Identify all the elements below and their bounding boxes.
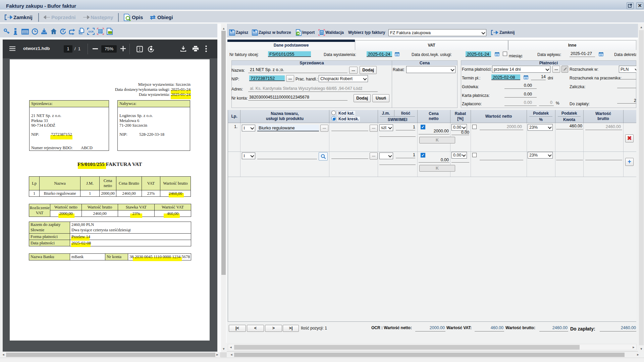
svg-text:OCR: OCR	[88, 31, 94, 33]
